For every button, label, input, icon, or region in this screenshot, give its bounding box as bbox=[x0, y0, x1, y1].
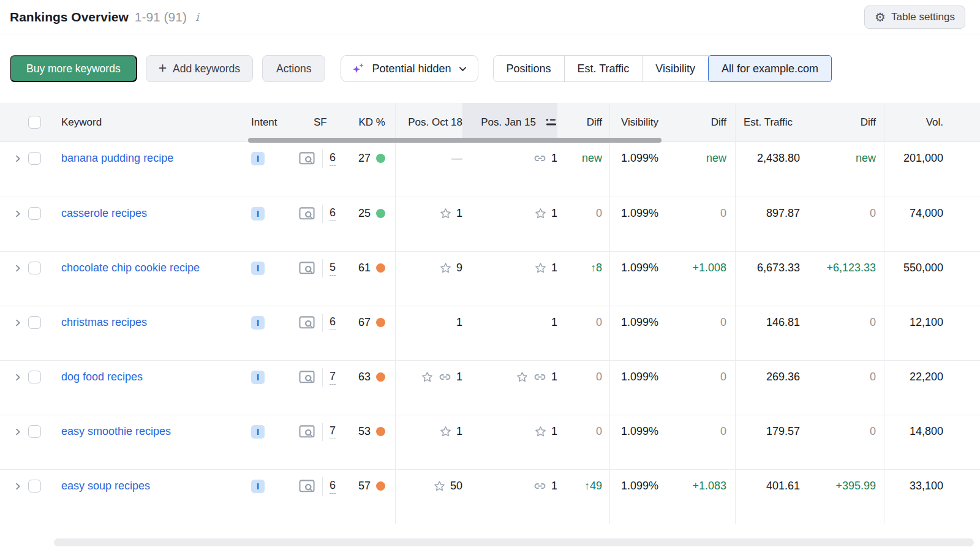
sf-count[interactable]: 5 bbox=[330, 261, 336, 276]
star-icon bbox=[439, 262, 452, 274]
pos-diff-cell: 0 bbox=[557, 306, 609, 339]
info-icon[interactable]: i bbox=[195, 10, 199, 23]
segment-all-for-example-com[interactable]: All for example.com bbox=[708, 55, 832, 82]
intent-badge[interactable]: I bbox=[251, 152, 265, 165]
column-header-volume[interactable]: Vol. bbox=[884, 103, 980, 141]
column-header-est-traffic[interactable]: Est. Traffic bbox=[735, 103, 802, 141]
potential-hidden-dropdown[interactable]: Potential hidden bbox=[341, 55, 478, 82]
page-title: Rankings Overview bbox=[10, 10, 129, 25]
select-all-checkbox[interactable] bbox=[28, 116, 41, 129]
actions-button[interactable]: Actions bbox=[262, 55, 325, 82]
column-header-pos-oct-18[interactable]: Pos. Oct 18 bbox=[395, 103, 462, 141]
serp-features-icon[interactable] bbox=[298, 369, 316, 385]
column-header-kd[interactable]: KD % bbox=[346, 103, 395, 141]
divider bbox=[322, 368, 323, 387]
column-header-diff-traffic[interactable]: Diff bbox=[802, 103, 884, 141]
table-row: christmas recipes I 6 67 1 1 0 1.099% 0 … bbox=[0, 306, 980, 360]
row-checkbox[interactable] bbox=[28, 207, 41, 220]
expand-chevron-icon[interactable] bbox=[13, 154, 23, 164]
column-header-visibility[interactable]: Visibility bbox=[609, 103, 677, 141]
serp-features-icon[interactable] bbox=[298, 206, 316, 221]
add-keywords-button[interactable]: + Add keywords bbox=[146, 55, 253, 82]
column-header-diff-pos[interactable]: Diff bbox=[557, 103, 609, 141]
volume-value: 74,000 bbox=[910, 207, 943, 220]
serp-features-icon[interactable] bbox=[298, 478, 316, 494]
sf-count[interactable]: 6 bbox=[330, 479, 336, 494]
intent-badge[interactable]: I bbox=[251, 480, 265, 493]
column-header-diff-visibility[interactable]: Diff bbox=[677, 103, 735, 141]
row-checkbox[interactable] bbox=[28, 425, 41, 438]
expand-chevron-icon[interactable] bbox=[13, 209, 23, 219]
keyword-link[interactable]: easy soup recipes bbox=[61, 478, 150, 494]
serp-features-icon[interactable] bbox=[298, 424, 316, 439]
keyword-link[interactable]: easy smoothie recipes bbox=[61, 423, 171, 439]
divider bbox=[322, 423, 323, 441]
column-header-intent[interactable]: Intent bbox=[239, 103, 288, 141]
sf-count[interactable]: 6 bbox=[330, 151, 336, 166]
expand-chevron-icon[interactable] bbox=[13, 318, 23, 328]
segment-est-traffic[interactable]: Est. Traffic bbox=[564, 55, 643, 82]
serp-features-icon[interactable] bbox=[298, 260, 316, 276]
intent-badge[interactable]: I bbox=[251, 371, 265, 384]
visibility-value: 1.099% bbox=[621, 262, 658, 274]
est-traffic-value: 897.87 bbox=[766, 207, 800, 220]
sf-count[interactable]: 6 bbox=[330, 206, 336, 221]
table-row: easy smoothie recipes I 7 53 1 1 0 1.099… bbox=[0, 415, 980, 469]
row-checkbox[interactable] bbox=[28, 316, 41, 329]
serp-features-icon[interactable] bbox=[298, 315, 316, 330]
sf-count[interactable]: 6 bbox=[330, 315, 336, 330]
toolbar: Buy more keywords + Add keywords Actions… bbox=[10, 55, 970, 82]
star-icon bbox=[534, 262, 547, 274]
sf-count[interactable]: 7 bbox=[330, 424, 336, 439]
row-checkbox[interactable] bbox=[28, 371, 41, 383]
column-header-pos-jan-15[interactable]: Pos. Jan 15 bbox=[462, 103, 557, 141]
expand-chevron-icon[interactable] bbox=[13, 481, 23, 491]
segment-visibility[interactable]: Visibility bbox=[642, 55, 709, 82]
visibility-value: 1.099% bbox=[621, 316, 658, 329]
keyword-link[interactable]: christmas recipes bbox=[61, 314, 147, 330]
est-traffic-value: 401.61 bbox=[766, 480, 800, 492]
volume-value: 14,800 bbox=[910, 425, 943, 438]
expand-chevron-icon[interactable] bbox=[13, 372, 23, 382]
kd-difficulty-dot bbox=[376, 154, 385, 163]
intent-badge[interactable]: I bbox=[251, 316, 265, 330]
keyword-link[interactable]: casserole recipes bbox=[61, 205, 147, 221]
expand-column-header bbox=[0, 103, 28, 141]
column-header-sf[interactable]: SF bbox=[288, 103, 346, 141]
sf-count[interactable]: 7 bbox=[330, 370, 336, 385]
kd-difficulty-dot bbox=[376, 427, 385, 436]
star-icon bbox=[516, 371, 529, 383]
visibility-diff-cell: new bbox=[677, 142, 735, 175]
pos-oct-cell: 9 bbox=[395, 252, 462, 284]
intent-badge[interactable]: I bbox=[251, 262, 265, 275]
intent-badge[interactable]: I bbox=[251, 425, 265, 439]
visibility-diff-cell: 0 bbox=[677, 361, 735, 393]
keyword-link[interactable]: chocolate chip cookie recipe bbox=[61, 260, 200, 276]
intent-badge[interactable]: I bbox=[251, 207, 265, 221]
pos-jan-cell: 1 bbox=[462, 415, 557, 448]
star-icon bbox=[534, 207, 547, 220]
row-checkbox[interactable] bbox=[28, 152, 41, 165]
visibility-value: 1.099% bbox=[621, 207, 658, 220]
row-checkbox[interactable] bbox=[28, 480, 41, 492]
keyword-link[interactable]: banana pudding recipe bbox=[61, 150, 173, 166]
pos-oct-cell: 50 bbox=[395, 470, 462, 502]
traffic-diff-cell: 0 bbox=[802, 306, 884, 339]
expand-chevron-icon[interactable] bbox=[13, 263, 23, 273]
result-range: 1-91 (91) bbox=[135, 10, 187, 25]
link-icon bbox=[533, 151, 547, 165]
horizontal-scrollbar-track[interactable] bbox=[54, 538, 974, 546]
expand-chevron-icon[interactable] bbox=[13, 427, 23, 437]
column-header-keyword[interactable]: Keyword bbox=[55, 103, 239, 141]
table-settings-button[interactable]: ⚙ Table settings bbox=[864, 6, 965, 29]
divider bbox=[322, 477, 323, 496]
sparkles-icon bbox=[351, 61, 366, 76]
serp-features-icon[interactable] bbox=[298, 151, 316, 166]
row-checkbox[interactable] bbox=[28, 262, 41, 274]
volume-value: 550,000 bbox=[903, 262, 943, 274]
buy-more-keywords-button[interactable]: Buy more keywords bbox=[10, 55, 137, 82]
segment-positions[interactable]: Positions bbox=[493, 55, 565, 82]
keyword-link[interactable]: dog food recipes bbox=[61, 369, 143, 385]
horizontal-scrollbar-thumb[interactable] bbox=[248, 138, 662, 143]
link-icon bbox=[533, 370, 547, 384]
